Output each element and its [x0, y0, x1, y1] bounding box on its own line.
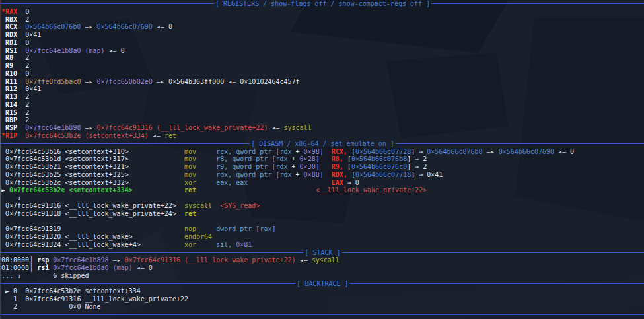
text-segment: —▸: [81, 124, 96, 131]
backtrace-row: 2 0×0 None: [1, 303, 644, 311]
text-segment: 0×564b66c07718: [355, 171, 411, 178]
text-segment: *RAX: [1, 8, 17, 15]
text-segment: mov: [184, 171, 196, 178]
disasm-row: ↓: [1, 194, 644, 202]
text-segment: [212, 202, 220, 209]
text-segment: [17, 23, 25, 30]
text-segment: ◂—: [296, 256, 312, 264]
text-segment: nop: [184, 225, 196, 232]
backtrace-header: [ BACKTRACE ]: [1, 280, 644, 288]
text-segment: [17, 109, 25, 116]
text-segment: xor: [184, 179, 196, 186]
text-segment: 0×41: [25, 85, 41, 92]
text-segment: None: [85, 303, 100, 310]
text-segment: [17, 78, 25, 85]
text-segment: [17, 70, 25, 77]
stack-row: 00:0000│ rsp 0×7fcc64e1b898 —▸ 0×7fcc64c…: [1, 256, 644, 264]
text-segment: 2: [25, 62, 29, 69]
text-segment: ↓: [1, 194, 21, 201]
text-segment: [: [347, 148, 355, 155]
text-segment: 0×7fcc64e1b898: [25, 124, 81, 131]
text-segment: ◂—: [554, 148, 570, 155]
text-segment: 0×10102464c457f: [240, 78, 299, 85]
text-segment: [320, 163, 332, 170]
register-row: R15 2: [1, 109, 644, 117]
text-segment: 0×7fcc64c91316 (__lll_lock_wake_private+…: [125, 256, 296, 264]
text-segment: ⇒: [415, 148, 427, 155]
text-segment: 0: [121, 47, 125, 54]
stack-header-title: [ STACK ]: [303, 249, 341, 257]
terminal[interactable]: [ REGISTERS / show-flags off / show-comp…: [0, 0, 644, 319]
disasm-header-title: [ DISASM / x86-64 / set emulate on ]: [250, 140, 396, 148]
disasm-row: 0×7fcc64c53b2c <setcontext+332> xor eax,…: [1, 179, 644, 187]
text-segment: [320, 155, 332, 162]
disasm-row: 0×7fcc64c53b1d <setcontext+317> mov r8, …: [1, 155, 644, 163]
text-segment: 0×0: [25, 303, 81, 310]
text-segment: rax: [260, 225, 271, 232]
text-segment: ◂—: [268, 124, 283, 131]
text-segment: R10: [5, 70, 17, 77]
text-segment: 0×30: [300, 163, 316, 170]
text-segment: 6 skipped: [53, 272, 89, 279]
text-segment: [17, 132, 25, 139]
text-segment: 1: [1, 295, 25, 302]
stack-row: ... ↓ 6 skipped: [1, 272, 644, 280]
text-segment: 0×7fcc64c53b2c <setcontext+332>: [5, 179, 129, 186]
text-segment: ret: [184, 210, 196, 217]
text-segment: [196, 155, 216, 162]
text-segment: RBX: [5, 16, 17, 23]
text-segment: RCX,: [332, 148, 347, 155]
text-segment: 0×7fcc64c91324 <__lll_lock_wake+4>: [5, 241, 141, 248]
text-segment: [17, 47, 25, 54]
disasm-row: 0×7fcc64c53b16 <setcontext+310> mov rcx,…: [1, 148, 644, 156]
disasm-row: 0×7fcc64c91324 <__lll_lock_wake+4> xor s…: [1, 241, 644, 249]
text-segment: sil,: [216, 241, 236, 248]
text-segment: —▸: [81, 23, 96, 30]
text-segment: 2: [25, 16, 29, 23]
text-segment: R12: [5, 85, 17, 92]
text-segment: [141, 241, 184, 248]
window-left-edge: [0, 0, 1, 319]
text-segment: 0×7fcc64c91316 <__lll_lock_wake_private+…: [5, 202, 176, 209]
text-segment: 0×7fcc64c53b25 <setcontext+325>: [5, 171, 129, 178]
text-segment: __lll_lock_wake_private+22: [85, 295, 188, 302]
text-segment: 2: [423, 155, 427, 162]
text-segment: [129, 163, 184, 170]
register-row: RBP 2: [1, 116, 644, 124]
stack-row: 01:0008│ rsi 0×7fcc64e1b8a0 (map) ◂— 0: [1, 264, 644, 272]
backtrace-header-title: [ BACKTRACE ]: [295, 280, 349, 288]
text-segment: syscall: [312, 256, 340, 264]
register-row: R13 2: [1, 93, 644, 101]
text-segment: [129, 171, 184, 178]
text-segment: [196, 171, 216, 178]
register-row: *RAX 0: [1, 8, 644, 16]
register-row: RDX 0×41: [1, 31, 644, 39]
text-segment: [129, 148, 184, 155]
text-segment: 0×564b66c076c0: [351, 163, 407, 170]
text-segment: —▸: [81, 78, 96, 85]
text-segment: [1, 217, 5, 225]
text-segment: ◂—: [224, 78, 240, 85]
text-segment: ... ↓: [1, 272, 21, 279]
text-segment: RSI: [5, 47, 17, 54]
text-segment: r8, qword ptr: [216, 155, 271, 162]
register-row: RCX 0×564b66c076b0 —▸ 0×564b66c07690 ◂— …: [1, 23, 644, 31]
text-segment: ⇒ 0: [343, 179, 359, 186]
text-segment: [17, 116, 25, 124]
text-segment: 0: [570, 148, 574, 155]
text-segment: [17, 85, 25, 92]
text-segment: 0: [25, 39, 29, 46]
text-segment: 2: [25, 116, 29, 124]
text-segment: 0×28: [300, 155, 316, 162]
text-segment: 2: [25, 93, 29, 100]
text-segment: 0×7fcc64c91316 (__lll_lock_wake_private+…: [97, 124, 268, 131]
text-segment: 0: [25, 8, 29, 15]
text-segment: [13, 54, 25, 61]
text-segment: 0×7fcc64c53b2e: [25, 287, 81, 295]
disasm-header: [ DISASM / x86-64 / set emulate on ]: [1, 140, 644, 148]
text-segment: *RIP: [1, 132, 17, 139]
registers-header-title: [ REGISTERS / show-flags off / show-comp…: [214, 0, 431, 8]
text-segment: rdx: [275, 155, 287, 162]
text-segment: [17, 31, 25, 38]
text-segment: [61, 225, 184, 232]
